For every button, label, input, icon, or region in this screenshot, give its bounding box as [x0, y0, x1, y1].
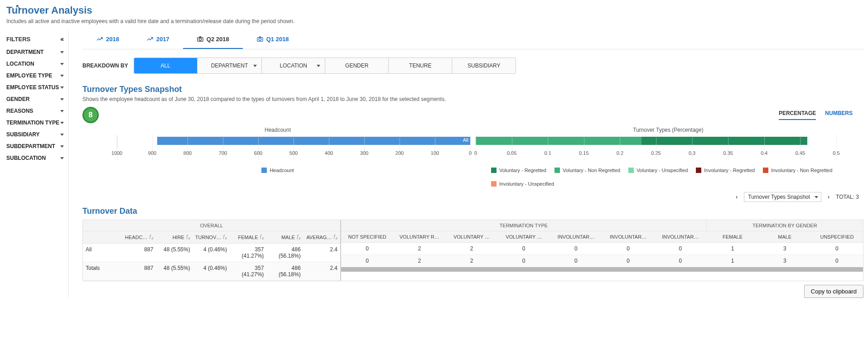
turnover-chart-title: Turnover Types (Percentage) — [473, 127, 863, 133]
col-header[interactable]: MALE — [759, 231, 811, 242]
col-header[interactable] — [83, 231, 119, 243]
col-header[interactable]: FEMALE — [706, 231, 758, 242]
breakdown-all[interactable]: ALL — [134, 58, 198, 73]
legend-item: Involuntary - Unspecified — [491, 181, 554, 187]
filter-location[interactable]: LOCATION — [6, 58, 66, 70]
filters-heading: FILTERS — [6, 36, 30, 43]
col-header[interactable]: INVOLUNTAR… — [654, 231, 706, 242]
chevron-down-icon — [60, 86, 64, 89]
pager-select[interactable]: Turnover Types Snapshot — [744, 192, 821, 202]
col-header[interactable]: NOT SPECIFIED — [341, 231, 393, 242]
chevron-down-icon — [60, 63, 64, 65]
col-header[interactable]: HIREƒx — [156, 231, 193, 243]
breakdown-department[interactable]: DEPARTMENT — [198, 58, 262, 73]
horizontal-scrollbar[interactable] — [341, 267, 863, 272]
legend-item: Voluntary - Regretted — [491, 168, 546, 173]
pager-prev[interactable]: ‹ — [734, 194, 739, 200]
col-header[interactable]: INVOLUNTAR… — [550, 231, 602, 242]
legend-item: Involuntary - Non Regretted — [763, 168, 832, 173]
chevron-down-icon — [253, 65, 257, 67]
chevron-down-icon — [60, 145, 64, 148]
page-subtitle: Includes all active and inactive employe… — [6, 18, 863, 24]
filter-employee-status[interactable]: EMPLOYEE STATUS — [6, 82, 66, 93]
chevron-down-icon — [60, 157, 64, 159]
breakdown-location[interactable]: LOCATION — [262, 58, 325, 73]
filter-employee-type[interactable]: EMPLOYEE TYPE — [6, 70, 66, 82]
chevron-down-icon — [317, 65, 320, 67]
snapshot-title: Turnover Types Snapshot — [82, 85, 863, 94]
table-row: 0220000130 — [341, 243, 863, 255]
page-title: Turnover Analysis — [6, 5, 863, 16]
copy-to-clipboard-button[interactable]: Copy to clipboard — [804, 285, 863, 298]
table-row: All88748 (5.55%)4 (0.46%)357 (41.27%)486… — [83, 244, 340, 262]
headcount-bar: All — [157, 137, 470, 145]
pager-next[interactable]: › — [826, 194, 831, 200]
filter-subdepartment[interactable]: SUBDEPARTMENT — [6, 140, 66, 152]
col-header[interactable]: VOLUNTARY … — [445, 231, 497, 242]
chevron-down-icon — [60, 134, 64, 136]
filter-reasons[interactable]: REASONS — [6, 105, 66, 117]
col-header[interactable]: FEMALEƒx — [230, 231, 266, 243]
tab-2017[interactable]: 2017 — [133, 30, 183, 49]
svg-point-3 — [259, 38, 261, 40]
legend-item: Voluntary - Unspecified — [628, 168, 688, 173]
filter-department[interactable]: DEPARTMENT — [6, 46, 66, 58]
toggle-percentage[interactable]: PERCENTAGE — [779, 110, 816, 120]
breakdown-tenure[interactable]: TENURE — [389, 58, 452, 73]
headcount-chart-title: Headcount — [82, 127, 473, 133]
col-header[interactable]: VOLUNTARY R… — [393, 231, 445, 242]
breakdown-gender[interactable]: GENDER — [325, 58, 389, 73]
tab-q1-2018[interactable]: Q1 2018 — [243, 30, 303, 49]
snapshot-desc: Shows the employee headcount as of June … — [82, 96, 863, 102]
legend-item: Voluntary - Non Regretted — [555, 168, 620, 173]
filter-gender[interactable]: GENDER — [6, 93, 66, 105]
chevron-down-icon — [60, 51, 64, 53]
col-header[interactable]: UNSPECIFIED — [811, 231, 863, 242]
tab-q2-2018[interactable]: Q2 2018 — [183, 30, 243, 49]
breakdown-label: BREAKDOWN BY — [82, 62, 128, 69]
col-header[interactable]: AVERAG…ƒx — [304, 231, 340, 243]
pager-total: TOTAL: 3 — [836, 194, 859, 200]
table-row: Totals88748 (5.55%)4 (0.46%)357 (41.27%)… — [83, 262, 340, 281]
cursor-icon: ↖ — [15, 3, 21, 11]
col-header[interactable]: INVOLUNTAR… — [602, 231, 654, 242]
snapshot-badge: 8 — [82, 107, 99, 123]
group-termtype: TERMINATION TYPE — [341, 220, 706, 231]
col-header[interactable]: TURNOV…ƒx — [193, 231, 230, 243]
legend-headcount: Headcount — [261, 168, 294, 173]
chevron-down-icon — [60, 122, 64, 124]
toggle-numbers[interactable]: NUMBERS — [825, 110, 853, 120]
col-header[interactable]: MALEƒx — [266, 231, 303, 243]
tab-2018[interactable]: 2018 — [82, 30, 133, 49]
chevron-down-icon — [60, 75, 64, 77]
group-termgender: TERMINATION BY GENDER — [706, 220, 863, 231]
group-overall: OVERALL — [83, 220, 340, 231]
table-row: 0220000130 — [341, 255, 863, 267]
turnover-segment — [476, 137, 641, 145]
filter-sublocation[interactable]: SUBLOCATION — [6, 152, 66, 164]
collapse-sidebar-icon[interactable]: « — [60, 35, 64, 43]
data-table-title: Turnover Data — [82, 206, 863, 216]
col-header[interactable]: HEADC…ƒx — [119, 231, 156, 243]
col-header[interactable]: VOLUNTARY … — [498, 231, 550, 242]
filters-sidebar: FILTERS « DEPARTMENTLOCATIONEMPLOYEE TYP… — [6, 30, 69, 298]
chevron-down-icon — [60, 110, 64, 112]
filter-termination-type[interactable]: TERMINATION TYPE — [6, 117, 66, 129]
breakdown-subsidiary[interactable]: SUBSIDIARY — [452, 58, 516, 73]
filter-subsidiary[interactable]: SUBSIDIARY — [6, 129, 66, 140]
turnover-segment — [641, 137, 807, 145]
svg-point-1 — [199, 38, 201, 40]
legend-item: Involuntary - Regretted — [696, 168, 755, 173]
chevron-down-icon — [60, 98, 64, 101]
